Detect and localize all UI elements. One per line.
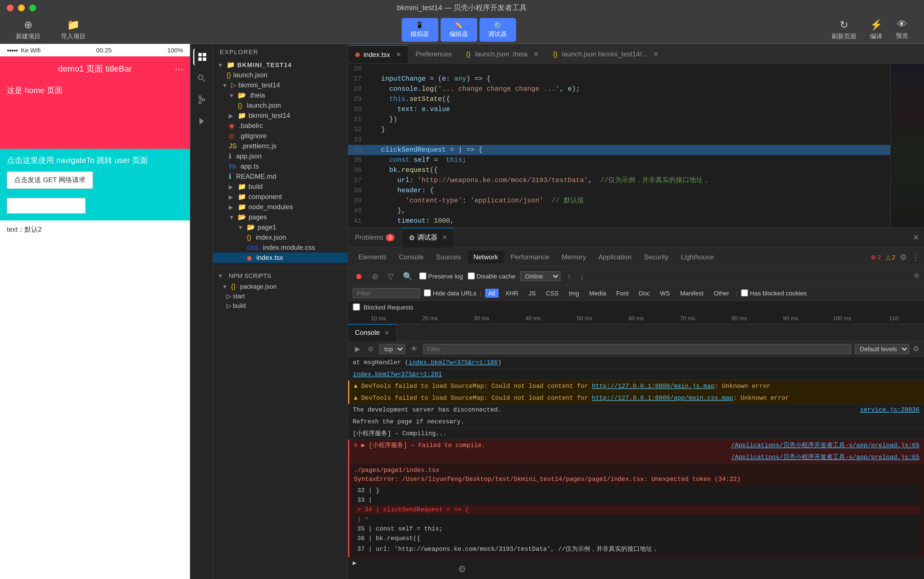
- debug-icon[interactable]: [193, 113, 210, 130]
- link-5[interactable]: service.js:28036: [860, 406, 919, 414]
- log-level-select[interactable]: Default levels Verbose Info Warnings Err…: [855, 343, 909, 354]
- throttle-select[interactable]: Online Slow 3G Fast 3G: [520, 271, 561, 281]
- debugger-tab[interactable]: ⚙ 调试器 ✕: [402, 227, 455, 247]
- hide-data-urls-label[interactable]: Hide data URLs: [424, 289, 476, 296]
- folder-bkmini[interactable]: ▼ ▷ bkmini_test14: [213, 80, 348, 90]
- file-gitignore[interactable]: ◎ .gitignore: [213, 131, 348, 141]
- code-scroll[interactable]: 26 27 inputChange = (e: any) => { 28 con…: [348, 64, 890, 227]
- filter-font-button[interactable]: Font: [613, 288, 632, 298]
- npm-script-start[interactable]: ▷ start: [213, 291, 348, 301]
- get-request-button[interactable]: 点击发送 GET 网络请求: [7, 172, 93, 189]
- console-tab[interactable]: Console ✕: [348, 324, 397, 341]
- minimize-button[interactable]: [18, 5, 25, 11]
- filter-doc-button[interactable]: Doc: [636, 288, 653, 298]
- debugger-button[interactable]: ⚙️ 调试器: [479, 18, 516, 41]
- file-index-json[interactable]: {} index.json: [213, 232, 348, 242]
- search-button[interactable]: 🔍: [401, 270, 415, 281]
- clear-button[interactable]: ⊘: [370, 270, 381, 281]
- close-button[interactable]: [7, 5, 13, 11]
- file-babelrc[interactable]: ◉ .babelrc: [213, 121, 348, 131]
- git-icon[interactable]: [193, 92, 210, 108]
- tab-index-tsx[interactable]: ◉ index.tsx ✕: [348, 45, 409, 63]
- folder-theia[interactable]: ▼ 📂 .theia: [213, 90, 348, 100]
- devtools-tab-memory[interactable]: Memory: [556, 251, 592, 263]
- disable-cache-checkbox[interactable]: [468, 272, 475, 280]
- close-console-icon[interactable]: ✕: [384, 329, 389, 336]
- filter-xhr-button[interactable]: XHR: [502, 288, 522, 298]
- phone-more-icon[interactable]: ···: [174, 63, 183, 75]
- filter-all-button[interactable]: All: [485, 288, 498, 298]
- npm-scripts-header[interactable]: ▼ NPM SCRIPTS: [213, 270, 348, 281]
- import-project-button[interactable]: 📁 导入项目: [56, 16, 90, 43]
- tab-preferences[interactable]: Preferences: [409, 45, 459, 63]
- file-launch-json-top[interactable]: {} launch.json: [213, 70, 348, 80]
- file-theia-launch[interactable]: {} launch.json: [213, 100, 348, 111]
- file-app-json[interactable]: ℹ app.json: [213, 151, 348, 161]
- file-readme[interactable]: ℹ README.md: [213, 172, 348, 182]
- blocked-cookies-checkbox[interactable]: [741, 289, 748, 296]
- file-app-ts[interactable]: TS app.ts: [213, 161, 348, 172]
- console-stop-button[interactable]: ⊘: [366, 343, 376, 354]
- explorer-icon[interactable]: [193, 49, 210, 65]
- devtools-tab-lighthouse[interactable]: Lighthouse: [675, 251, 719, 263]
- filter-other-button[interactable]: Other: [710, 288, 732, 298]
- compile-button[interactable]: ⚡ 编译: [865, 16, 887, 43]
- close-tab-icon[interactable]: ✕: [396, 51, 401, 58]
- filter-img-button[interactable]: Img: [565, 288, 583, 298]
- maximize-button[interactable]: [29, 5, 36, 11]
- link-8b[interactable]: /Applications/贝壳小程序开发者工具-s/app/preload.j…: [731, 454, 919, 461]
- simulator-button[interactable]: 📱 模拟器: [401, 18, 438, 41]
- settings-devtools-icon[interactable]: ⚙: [900, 253, 907, 262]
- link-3[interactable]: http://127.0.0.1:8000/main.js.map: [592, 383, 715, 389]
- filter-manifest-button[interactable]: Manifest: [677, 288, 707, 298]
- explorer-root[interactable]: ▼ 📁 BKMINI_TEST14: [213, 60, 348, 70]
- filter-media-button[interactable]: Media: [586, 288, 609, 298]
- import-button[interactable]: ↑: [565, 270, 574, 281]
- preview-button[interactable]: 👁 预览: [891, 16, 913, 43]
- hide-data-urls-checkbox[interactable]: [424, 289, 431, 296]
- text-input-field[interactable]: [7, 198, 86, 214]
- devtools-tab-security[interactable]: Security: [638, 251, 674, 263]
- devtools-tab-performance[interactable]: Performance: [505, 251, 555, 263]
- refresh-button[interactable]: ↻ 刷新页面: [827, 16, 861, 43]
- search-icon[interactable]: [193, 70, 210, 87]
- close-tab-bkmini-icon[interactable]: ✕: [653, 50, 658, 58]
- npm-package-json[interactable]: ▼ {} package.json: [213, 281, 348, 291]
- filter-input[interactable]: [353, 288, 420, 298]
- context-select[interactable]: top: [379, 343, 405, 354]
- tab-launch-theia[interactable]: {} launch.json .theia ✕: [459, 45, 546, 63]
- link-8[interactable]: /Applications/贝壳小程序开发者工具-s/app/preload.j…: [731, 441, 919, 450]
- new-project-button[interactable]: ⊕ 新建项目: [11, 16, 45, 43]
- close-tab-theia-icon[interactable]: ✕: [533, 50, 539, 58]
- preserve-log-checkbox-label[interactable]: Preserve log: [419, 272, 463, 280]
- file-index-tsx[interactable]: ◉ index.tsx: [213, 253, 348, 263]
- link-2[interactable]: index.bkml?w=375&r=1:201: [353, 371, 442, 378]
- preserve-log-checkbox[interactable]: [419, 272, 427, 280]
- filter-js-button[interactable]: JS: [525, 288, 539, 298]
- console-play-button[interactable]: ▶: [353, 343, 362, 354]
- filter-css-button[interactable]: CSS: [543, 288, 562, 298]
- file-index-css[interactable]: CSS index.module.css: [213, 242, 348, 253]
- devtools-tab-application[interactable]: Application: [593, 251, 637, 263]
- folder-build[interactable]: ▶ 📁 build: [213, 182, 348, 192]
- devtools-tab-sources[interactable]: Sources: [430, 251, 466, 263]
- disable-cache-checkbox-label[interactable]: Disable cache: [468, 272, 515, 280]
- filter-toggle-button[interactable]: ▽: [385, 270, 396, 281]
- editor-button[interactable]: ✏️ 编辑器: [440, 18, 477, 41]
- link-1[interactable]: index.bkml?w=375&r=1:186: [409, 359, 498, 366]
- folder-bkmini-sub[interactable]: ▶ 📁 bkmini_test14: [213, 111, 348, 121]
- link-4[interactable]: http://127.0.0.1:8000/app/main.css.map: [592, 395, 733, 401]
- tab-launch-bkmini[interactable]: {} launch.json bkmini_test14/... ✕: [546, 45, 666, 63]
- devtools-tab-elements[interactable]: Elements: [353, 251, 392, 263]
- folder-component[interactable]: ▶ 📁 component: [213, 192, 348, 202]
- devtools-tab-console[interactable]: Console: [393, 251, 429, 263]
- nav-link[interactable]: 点击这里使用 navigateTo 跳转 user 页面: [7, 155, 183, 166]
- console-output[interactable]: at msgHandler (index.bkml?w=375&r=1:186)…: [348, 357, 924, 569]
- devtools-tab-network[interactable]: Network: [468, 251, 504, 263]
- export-button[interactable]: ↓: [578, 270, 587, 281]
- close-debugger-icon[interactable]: ✕: [442, 234, 447, 241]
- filter-ws-button[interactable]: WS: [657, 288, 673, 298]
- console-filter-input[interactable]: [423, 343, 851, 354]
- panel-close-icon[interactable]: ✕: [913, 233, 919, 242]
- blocked-cookies-label[interactable]: Has blocked cookies: [741, 289, 807, 296]
